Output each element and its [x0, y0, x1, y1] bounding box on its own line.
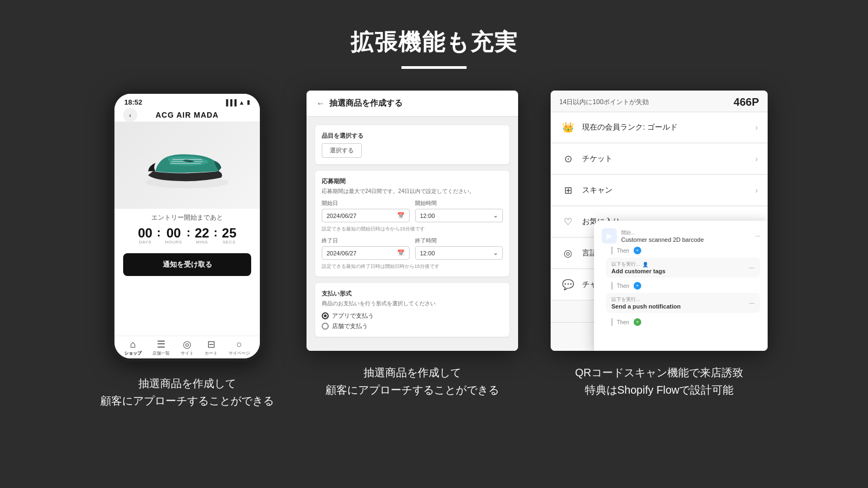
countdown-sep1: : [157, 227, 161, 245]
qr-caption-line2: 特典はShopify Flowで設計可能 [575, 381, 743, 399]
action1-label: 以下を実行... [611, 261, 640, 268]
flow-then1: Then + [608, 247, 641, 254]
phone-nav-bar: ‹ ACG AIR MADA [114, 108, 260, 122]
nav-shop-label: ショップ [124, 350, 142, 356]
wifi-icon: ▲ [239, 99, 245, 106]
nav-site-label: サイト [181, 350, 194, 356]
nav-stores-label: 店舗一覧 [152, 350, 170, 356]
countdown-sep2: : [187, 227, 190, 245]
countdown-secs: 25 SECS [222, 227, 237, 245]
action1-more-icon: — [749, 265, 755, 271]
action2-label: 以下を実行... [611, 296, 681, 303]
flow-action1-node: 以下を実行... 👤 Add customer tags — [606, 258, 760, 278]
phone-countdown: 00 DAYS : 00 HOURS : 22 MINS : 2 [114, 224, 260, 249]
chevron-rank-icon: › [755, 123, 758, 132]
trigger-label: 開始... [621, 229, 704, 236]
payment-option-store[interactable]: 店舗で支払う [322, 322, 503, 330]
chevron-ticket-icon: › [755, 155, 758, 163]
nav-cart[interactable]: ⊟ カート [205, 339, 218, 356]
time-chevron-icon: ⌄ [493, 212, 498, 219]
nav-mypage[interactable]: ○ マイページ [228, 339, 250, 356]
lottery-start-row: 開始日 2024/06/27 📅 開始時間 12:00 ⌄ [322, 200, 503, 222]
lottery-product-label: 品目を選択する [322, 132, 503, 140]
then3-label: Then [615, 319, 631, 325]
radio-app[interactable] [322, 312, 329, 319]
then1-dot: + [634, 247, 641, 254]
lottery-end-time-input[interactable]: 12:00 ⌄ [415, 246, 503, 260]
then2-dot: + [634, 282, 641, 290]
then3-dot: + [634, 318, 641, 326]
action1-node-text: Add customer tags [611, 268, 666, 274]
phone-status-bar: 18:52 ▐▐▐ ▲ ▮ [114, 94, 260, 108]
back-button[interactable]: ‹ [123, 108, 137, 122]
scan-icon: ⊞ [560, 183, 576, 198]
points-label: 14日以内に100ポイントが失効 [559, 98, 649, 107]
lottery-start-time-label: 開始時間 [415, 200, 503, 207]
lottery-payment-section: 支払い形式 商品のお支払いを行う形式を選択してください アプリで支払う 店舗で支… [315, 283, 509, 337]
mins-value: 22 [195, 227, 209, 240]
lottery-card: ← 抽選商品を作成する 品目を選択する 選択する 応募期間 応募期間は最大で24… [307, 91, 518, 399]
action2-more-icon: — [749, 300, 755, 306]
rank-icon: 👑 [560, 120, 576, 135]
lottery-payment-options: アプリで支払う 店舗で支払う [322, 312, 503, 330]
ticket-icon: ⊙ [560, 151, 576, 166]
phone-caption-line1: 抽選商品を作成して [100, 375, 274, 392]
lottery-start-time-col: 開始時間 12:00 ⌄ [415, 200, 503, 222]
lottery-period-label: 応募期間 [322, 177, 503, 185]
lottery-start-date-input[interactable]: 2024/06/27 📅 [322, 209, 410, 222]
time-end-chevron-icon: ⌄ [493, 249, 498, 256]
header-section: 拡張機能も充実 [350, 0, 518, 69]
phone-frame: 18:52 ▐▐▐ ▲ ▮ ‹ ACG AIR MADA [111, 91, 263, 362]
menu-item-rank[interactable]: 👑 現在の会員ランク: ゴールド › [551, 112, 768, 143]
lottery-select-button[interactable]: 選択する [322, 143, 362, 158]
phone-caption-line2: 顧客にアプローチすることができる [100, 392, 274, 409]
lottery-end-time-col: 終了時間 12:00 ⌄ [415, 237, 503, 260]
secs-label: SECS [222, 240, 235, 245]
lottery-start-time-input[interactable]: 12:00 ⌄ [415, 209, 503, 222]
qr-caption: QRコードスキャン機能で来店誘致 特典はShopify Flowで設計可能 [575, 364, 743, 399]
phone-cta-button[interactable]: 通知を受け取る [123, 253, 251, 276]
days-value: 00 [138, 227, 152, 240]
lottery-end-hint: 設定できる最短の終了日時は開始日時から15分後です [322, 263, 503, 270]
menu-item-scan[interactable]: ⊞ スキャン › [551, 175, 768, 206]
flow-trigger-node: ▶ 開始... Customer scanned 2D barcode — [602, 228, 760, 243]
nav-site[interactable]: ◎ サイト [181, 339, 194, 356]
then1-label: Then [615, 248, 631, 254]
lottery-back-button[interactable]: ← [316, 99, 325, 108]
action2-node-text: Send a push notification [611, 303, 681, 310]
lottery-start-hint: 設定できる最短の開始日時は今から15分後です [322, 226, 503, 233]
lottery-end-row: 終了日 2024/06/27 📅 終了時間 12:00 ⌄ [322, 237, 503, 260]
lottery-caption-line2: 顧客にアプローチすることができる [326, 381, 499, 399]
cards-row: 18:52 ▐▐▐ ▲ ▮ ‹ ACG AIR MADA [0, 91, 868, 409]
flow-then3: Then + [608, 318, 641, 326]
nav-shop[interactable]: ⌂ ショップ [124, 339, 142, 356]
phone-product-title: ACG AIR MADA [156, 111, 219, 119]
trigger-more-icon: — [755, 233, 760, 239]
lottery-end-date-input[interactable]: 2024/06/27 📅 [322, 246, 410, 260]
flow-action2-node: 以下を実行... Send a push notification — [606, 293, 760, 313]
calendar-icon: 📅 [397, 212, 405, 219]
qr-caption-line1: QRコードスキャン機能で来店誘致 [575, 364, 743, 381]
lottery-payment-description: 商品のお支払いを行う形式を選択してください [322, 300, 503, 307]
lottery-end-date-label: 終了日 [322, 237, 410, 245]
trigger-node-text: Customer scanned 2D barcode [621, 236, 704, 243]
nav-stores[interactable]: ☰ 店舗一覧 [152, 339, 170, 356]
menu-ticket-label: チケット [582, 154, 749, 164]
hours-value: 00 [167, 227, 181, 240]
radio-store[interactable] [322, 323, 329, 330]
language-icon: ◎ [560, 246, 576, 261]
hours-label: HOURS [165, 240, 182, 245]
lottery-caption-line1: 抽選商品を作成して [326, 364, 499, 381]
qr-top-bar: 14日以内に100ポイントが失効 466P [551, 91, 768, 112]
phone-shoe-image [114, 122, 260, 209]
then2-label: Then [615, 283, 631, 289]
header-underline [401, 66, 467, 69]
lottery-end-time-label: 終了時間 [415, 237, 503, 245]
payment-option-app[interactable]: アプリで支払う [322, 312, 503, 320]
mins-label: MINS [196, 240, 208, 245]
chat-icon: 💬 [560, 277, 576, 292]
menu-item-ticket[interactable]: ⊙ チケット › [551, 144, 768, 175]
lottery-period-description: 応募期間は最大で24日間です。24日以内で設定してください。 [322, 188, 503, 195]
phone-time: 18:52 [124, 98, 142, 106]
lottery-period-section: 応募期間 応募期間は最大で24日間です。24日以内で設定してください。 開始日 … [315, 171, 509, 277]
